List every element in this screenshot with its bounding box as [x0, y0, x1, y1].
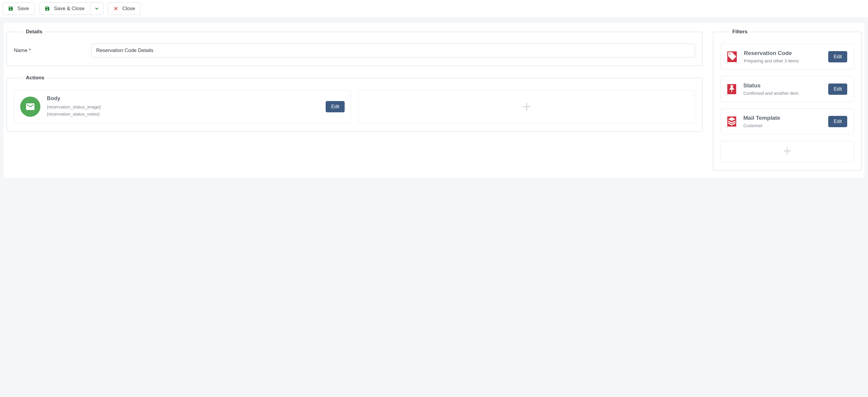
- save-button[interactable]: Save: [2, 2, 35, 15]
- filter-info: Mail Template Customer: [743, 115, 821, 128]
- layers-icon: [727, 116, 736, 126]
- filter-title: Reservation Code: [744, 50, 821, 56]
- save-icon: [8, 6, 13, 11]
- page: Details Name * Actions Body: [0, 18, 868, 183]
- action-card-info: Body {reservation_status_image} {reserva…: [47, 95, 319, 118]
- plus-icon: [520, 100, 533, 113]
- filter-card-status: Status Confirmed and another item Edit: [720, 76, 854, 102]
- toolbar: Save Save & Close Close: [0, 0, 868, 18]
- add-action-button[interactable]: [358, 90, 695, 123]
- filter-card-reservation-code: Reservation Code Preparing and other 3 i…: [720, 44, 854, 69]
- action-card-title: Body: [47, 95, 319, 102]
- save-close-group: Save & Close: [39, 2, 103, 15]
- name-label: Name *: [14, 48, 79, 54]
- actions-legend: Actions: [23, 75, 47, 81]
- right-column: Filters Reservation Code Preparing and o…: [713, 29, 862, 171]
- filters-list: Reservation Code Preparing and other 3 i…: [720, 44, 854, 162]
- save-icon: [44, 6, 50, 11]
- filter-card-mail-template: Mail Template Customer Edit: [720, 109, 854, 134]
- save-close-button-label: Save & Close: [54, 6, 85, 11]
- add-filter-button[interactable]: [720, 141, 854, 162]
- action-sub-line2: {reservation_status_notes}: [47, 111, 319, 118]
- filter-sub: Preparing and other 3 items: [744, 58, 821, 63]
- actions-grid: Body {reservation_status_image} {reserva…: [14, 90, 695, 123]
- chevron-down-icon: [94, 6, 99, 11]
- plus-icon: [781, 145, 793, 158]
- details-fieldset: Details Name *: [6, 29, 702, 66]
- save-button-label: Save: [18, 6, 29, 11]
- edit-filter-button[interactable]: Edit: [828, 51, 847, 62]
- close-button[interactable]: Close: [108, 2, 141, 15]
- action-card-body: Body {reservation_status_image} {reserva…: [14, 90, 351, 123]
- filters-fieldset: Filters Reservation Code Preparing and o…: [713, 29, 862, 171]
- left-column: Details Name * Actions Body: [6, 29, 702, 132]
- main-panel: Details Name * Actions Body: [4, 23, 864, 178]
- action-card-sub: {reservation_status_image} {reservation_…: [47, 104, 319, 118]
- details-legend: Details: [23, 29, 45, 35]
- save-close-dropdown-button[interactable]: [90, 2, 103, 15]
- envelope-icon: [20, 96, 40, 117]
- filter-title: Status: [743, 82, 821, 89]
- action-sub-line1: {reservation_status_image}: [47, 104, 319, 111]
- actions-fieldset: Actions Body {reservation_status_image} …: [6, 75, 702, 132]
- filter-info: Status Confirmed and another item: [743, 82, 821, 96]
- filter-sub: Customer: [743, 123, 821, 128]
- name-input[interactable]: [91, 44, 695, 57]
- close-icon: [114, 6, 118, 11]
- filter-info: Reservation Code Preparing and other 3 i…: [744, 50, 821, 63]
- tag-icon: [727, 51, 737, 62]
- filter-title: Mail Template: [743, 115, 821, 121]
- edit-action-button[interactable]: Edit: [326, 101, 345, 112]
- edit-filter-button[interactable]: Edit: [828, 84, 847, 95]
- edit-filter-button[interactable]: Edit: [828, 116, 847, 127]
- filters-legend: Filters: [730, 29, 750, 35]
- save-close-button[interactable]: Save & Close: [39, 2, 90, 15]
- filter-sub: Confirmed and another item: [743, 91, 821, 96]
- pin-icon: [727, 84, 736, 94]
- name-row: Name *: [14, 44, 695, 57]
- close-button-label: Close: [122, 6, 135, 11]
